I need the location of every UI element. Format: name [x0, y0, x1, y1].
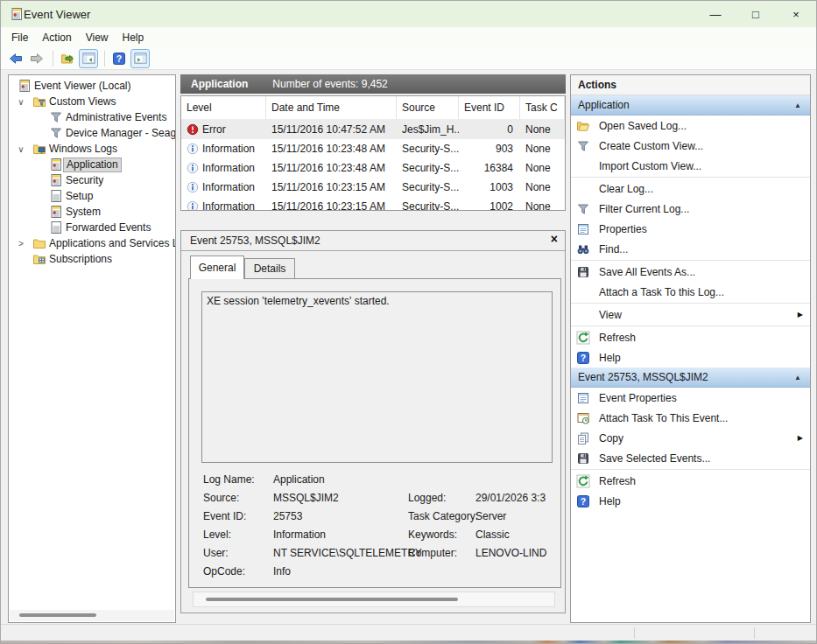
action-properties[interactable]: Properties	[571, 219, 810, 239]
toolbar-separator	[104, 51, 105, 66]
column-header-source[interactable]: Source	[397, 96, 459, 119]
tab-details[interactable]: Details	[244, 258, 295, 279]
chevron-right-icon[interactable]: >	[16, 239, 26, 248]
action-refresh[interactable]: Refresh	[571, 327, 810, 347]
tree-item-setup[interactable]: Setup	[9, 188, 175, 204]
tree-item-label: Device Manager - Seagat	[63, 127, 176, 140]
action-label: Find...	[599, 243, 628, 256]
close-icon[interactable]: ×	[551, 232, 558, 246]
source-cell: Security-S...	[397, 162, 459, 174]
event-row[interactable]: Information15/11/2016 10:23:48 AMSecurit…	[181, 158, 565, 178]
tree-item-security[interactable]: Security	[9, 172, 175, 188]
action-filter-current-log[interactable]: Filter Current Log...	[571, 199, 810, 219]
tree-item-forwarded-events[interactable]: Forwarded Events	[9, 220, 175, 235]
tree-item-system[interactable]: System	[9, 204, 175, 220]
action-label: Clear Log...	[599, 183, 653, 195]
show-action-pane-button[interactable]	[130, 49, 150, 68]
tree-item-windows-logs[interactable]: ∨Windows Logs	[9, 141, 175, 157]
action-refresh[interactable]: Refresh	[571, 471, 810, 491]
action-label: Refresh	[599, 332, 636, 344]
action-attach-task-to-this-event[interactable]: Attach Task To This Event...	[571, 408, 810, 428]
column-header-event-id[interactable]: Event ID	[459, 96, 520, 119]
event-row[interactable]: Information15/11/2016 10:23:48 AMSecurit…	[181, 139, 565, 158]
minimize-button[interactable]: —	[695, 1, 736, 27]
action-create-custom-view[interactable]: Create Custom View...	[571, 136, 810, 156]
info-icon	[187, 143, 199, 155]
preview-horizontal-scrollbar[interactable]	[193, 592, 555, 607]
tree-item-event-viewer-local[interactable]: Event Viewer (Local)	[9, 78, 175, 94]
tree-item-custom-views[interactable]: ∨Custom Views	[9, 94, 175, 109]
menu-help[interactable]: Help	[116, 29, 151, 46]
action-open-saved-log[interactable]: Open Saved Log...	[571, 116, 810, 136]
show-console-tree-button[interactable]	[79, 49, 98, 68]
chevron-down-icon[interactable]: ∨	[16, 97, 26, 107]
filter-icon	[49, 126, 63, 140]
submenu-arrow-icon: ▶	[798, 434, 803, 442]
event-row[interactable]: Information15/11/2016 10:23:15 AMSecurit…	[181, 178, 565, 197]
event-row[interactable]: Information15/11/2016 10:23:15 AMSecurit…	[181, 197, 565, 211]
tree-item-label: Security	[63, 174, 106, 187]
action-view[interactable]: View▶	[571, 304, 810, 325]
forward-icon	[30, 52, 44, 66]
tree-item-application[interactable]: Application	[9, 157, 175, 172]
collapse-icon[interactable]: ▲	[794, 374, 801, 382]
source-cell: Security-S...	[397, 181, 459, 193]
task-category-cell: None	[520, 162, 565, 174]
filter-icon	[576, 139, 590, 153]
event-viewer-app-icon	[10, 7, 24, 21]
menu-action[interactable]: Action	[35, 29, 78, 46]
tree-item-device-manager-seagat[interactable]: Device Manager - Seagat	[9, 125, 175, 141]
tree-item-applications-and-services-lo[interactable]: >Applications and Services Lo	[9, 235, 175, 251]
actions-divider	[571, 177, 810, 178]
event-row[interactable]: Error15/11/2016 10:47:52 AMJes$Jim_H...0…	[181, 120, 565, 139]
tab-general[interactable]: General	[190, 256, 244, 279]
action-label: Open Saved Log...	[599, 120, 687, 132]
blank-icon	[576, 285, 590, 299]
forward-button[interactable]	[27, 49, 46, 68]
tree-horizontal-scrollbar[interactable]	[10, 610, 174, 621]
column-header-date-and-time[interactable]: Date and Time	[266, 96, 397, 119]
action-label: Import Custom View...	[599, 160, 701, 172]
scrollbar-thumb[interactable]	[206, 598, 458, 601]
column-header-task-c[interactable]: Task C	[520, 96, 565, 119]
action-save-all-events-as[interactable]: Save All Events As...	[571, 262, 810, 282]
back-button[interactable]	[6, 49, 25, 68]
menu-view[interactable]: View	[79, 29, 116, 46]
log-event-icon	[49, 173, 63, 187]
action-event-properties[interactable]: Event Properties	[571, 388, 810, 408]
refresh-icon	[576, 474, 590, 488]
tree-item-subscriptions[interactable]: Subscriptions	[9, 251, 175, 267]
action-clear-log[interactable]: Clear Log...	[571, 178, 810, 199]
chevron-down-icon[interactable]: ∨	[16, 144, 26, 154]
action-help[interactable]: ?Help	[571, 491, 810, 511]
close-button[interactable]: ×	[776, 1, 816, 27]
help-icon: ?	[576, 351, 590, 365]
collapse-icon[interactable]: ▲	[794, 102, 801, 109]
action-copy[interactable]: Copy▶	[571, 428, 810, 448]
event-message-box[interactable]: XE session 'telemetry_xevents' started.	[201, 291, 553, 463]
action-attach-a-task-to-this-log[interactable]: Attach a Task To this Log...	[571, 282, 810, 302]
action-save-selected-events[interactable]: Save Selected Events...	[571, 448, 810, 468]
export-button[interactable]	[58, 49, 77, 68]
blank-icon	[576, 159, 590, 173]
export-folder-icon	[60, 52, 74, 66]
actions-section-header[interactable]: Event 25753, MSSQL$JIM2▲	[571, 368, 810, 388]
action-help[interactable]: ?Help	[571, 347, 810, 368]
column-header-level[interactable]: Level	[181, 96, 266, 119]
action-import-custom-view[interactable]: Import Custom View...	[571, 156, 810, 176]
field-label: Source:	[203, 492, 239, 504]
tree-item-administrative-events[interactable]: Administrative Events	[9, 109, 175, 125]
help-button[interactable]: ?	[109, 49, 129, 68]
event-list: LevelDate and TimeSourceEvent IDTask C E…	[180, 95, 566, 211]
properties-icon	[576, 391, 590, 405]
scrollbar-thumb[interactable]	[19, 613, 96, 617]
action-find[interactable]: Find...	[571, 239, 810, 259]
actions-section-header[interactable]: Application▲	[571, 95, 810, 116]
info-icon	[187, 162, 199, 174]
maximize-button[interactable]: □	[736, 1, 776, 27]
desktop-sliver	[1, 640, 816, 644]
event-id-cell: 1003	[459, 181, 520, 193]
action-label: Attach a Task To this Log...	[599, 286, 724, 298]
menu-file[interactable]: File	[4, 29, 35, 46]
event-id-cell: 1002	[459, 200, 520, 211]
